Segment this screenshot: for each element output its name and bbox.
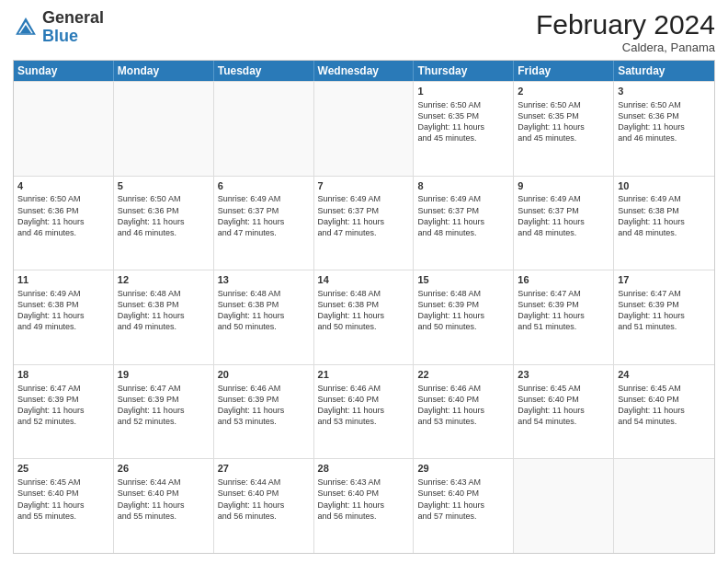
day-number: 28 — [318, 462, 410, 476]
calendar-cell: 9Sunrise: 6:49 AMSunset: 6:37 PMDaylight… — [514, 177, 614, 270]
calendar-cell: 8Sunrise: 6:49 AMSunset: 6:37 PMDaylight… — [414, 177, 514, 270]
cell-info: Sunrise: 6:49 AMSunset: 6:37 PMDaylight:… — [518, 193, 609, 238]
cell-info: Sunrise: 6:49 AMSunset: 6:37 PMDaylight:… — [417, 193, 509, 238]
day-number: 1 — [417, 85, 509, 98]
cell-info: Sunrise: 6:45 AMSunset: 6:40 PMDaylight:… — [618, 383, 711, 428]
day-number: 3 — [618, 85, 711, 98]
calendar-cell: 25Sunrise: 6:45 AMSunset: 6:40 PMDayligh… — [14, 459, 114, 553]
header-cell-saturday: Saturday — [614, 61, 714, 81]
cell-info: Sunrise: 6:50 AMSunset: 6:36 PMDaylight:… — [118, 193, 210, 238]
day-number: 19 — [118, 368, 210, 382]
cell-info: Sunrise: 6:50 AMSunset: 6:36 PMDaylight:… — [618, 99, 711, 144]
cell-info: Sunrise: 6:46 AMSunset: 6:40 PMDaylight:… — [417, 383, 509, 428]
cell-info: Sunrise: 6:47 AMSunset: 6:39 PMDaylight:… — [118, 383, 210, 428]
calendar-cell: 7Sunrise: 6:49 AMSunset: 6:37 PMDaylight… — [314, 177, 415, 270]
calendar-cell: 5Sunrise: 6:50 AMSunset: 6:36 PMDaylight… — [114, 177, 214, 270]
logo: General Blue — [13, 9, 104, 46]
day-number: 27 — [218, 462, 310, 476]
calendar-cell: 22Sunrise: 6:46 AMSunset: 6:40 PMDayligh… — [414, 365, 514, 459]
cell-info: Sunrise: 6:46 AMSunset: 6:40 PMDaylight:… — [318, 383, 410, 428]
cell-info: Sunrise: 6:50 AMSunset: 6:35 PMDaylight:… — [417, 99, 509, 144]
calendar-week-2: 4Sunrise: 6:50 AMSunset: 6:36 PMDaylight… — [14, 176, 714, 270]
day-number: 9 — [518, 179, 609, 193]
logo-icon — [13, 15, 39, 40]
calendar-cell: 29Sunrise: 6:43 AMSunset: 6:40 PMDayligh… — [414, 459, 514, 553]
cell-info: Sunrise: 6:49 AMSunset: 6:38 PMDaylight:… — [17, 288, 109, 333]
header-cell-friday: Friday — [514, 61, 614, 81]
calendar-cell: 15Sunrise: 6:48 AMSunset: 6:39 PMDayligh… — [414, 270, 514, 364]
day-number: 8 — [417, 179, 509, 193]
cell-info: Sunrise: 6:47 AMSunset: 6:39 PMDaylight:… — [17, 383, 109, 428]
cell-info: Sunrise: 6:45 AMSunset: 6:40 PMDaylight:… — [17, 477, 109, 522]
day-number: 15 — [417, 273, 509, 287]
cell-info: Sunrise: 6:49 AMSunset: 6:37 PMDaylight:… — [218, 193, 310, 238]
cell-info: Sunrise: 6:45 AMSunset: 6:40 PMDaylight:… — [518, 383, 609, 428]
calendar-cell — [114, 82, 214, 176]
calendar-cell: 23Sunrise: 6:45 AMSunset: 6:40 PMDayligh… — [514, 365, 614, 459]
calendar-cell: 20Sunrise: 6:46 AMSunset: 6:39 PMDayligh… — [214, 365, 314, 459]
cell-info: Sunrise: 6:46 AMSunset: 6:39 PMDaylight:… — [218, 383, 310, 428]
calendar-cell: 6Sunrise: 6:49 AMSunset: 6:37 PMDaylight… — [214, 177, 314, 270]
day-number: 16 — [518, 273, 609, 287]
calendar-cell: 26Sunrise: 6:44 AMSunset: 6:40 PMDayligh… — [114, 459, 214, 553]
day-number: 4 — [17, 179, 109, 193]
calendar-cell: 12Sunrise: 6:48 AMSunset: 6:38 PMDayligh… — [114, 270, 214, 364]
month-title: February 2024 — [536, 9, 715, 40]
calendar-cell: 16Sunrise: 6:47 AMSunset: 6:39 PMDayligh… — [514, 270, 614, 364]
day-number: 18 — [17, 368, 109, 382]
title-block: February 2024 Caldera, Panama — [536, 9, 715, 54]
day-number: 6 — [218, 179, 310, 193]
day-number: 2 — [518, 85, 609, 98]
day-number: 17 — [618, 273, 711, 287]
day-number: 5 — [118, 179, 210, 193]
header: General Blue February 2024 Caldera, Pana… — [13, 9, 715, 54]
header-cell-tuesday: Tuesday — [214, 61, 314, 81]
logo-text: General Blue — [42, 9, 104, 46]
calendar-cell: 21Sunrise: 6:46 AMSunset: 6:40 PMDayligh… — [314, 365, 415, 459]
calendar-cell: 18Sunrise: 6:47 AMSunset: 6:39 PMDayligh… — [14, 365, 114, 459]
calendar-cell: 14Sunrise: 6:48 AMSunset: 6:38 PMDayligh… — [314, 270, 415, 364]
cell-info: Sunrise: 6:44 AMSunset: 6:40 PMDaylight:… — [118, 477, 210, 522]
day-number: 26 — [118, 462, 210, 476]
calendar-body: 1Sunrise: 6:50 AMSunset: 6:35 PMDaylight… — [14, 81, 714, 553]
calendar-week-3: 11Sunrise: 6:49 AMSunset: 6:38 PMDayligh… — [14, 270, 714, 364]
cell-info: Sunrise: 6:47 AMSunset: 6:39 PMDaylight:… — [518, 288, 609, 333]
header-cell-thursday: Thursday — [414, 61, 514, 81]
logo-general-text: General — [42, 8, 104, 27]
calendar-week-5: 25Sunrise: 6:45 AMSunset: 6:40 PMDayligh… — [14, 458, 714, 553]
calendar-cell — [514, 459, 614, 553]
header-cell-wednesday: Wednesday — [314, 61, 415, 81]
cell-info: Sunrise: 6:50 AMSunset: 6:36 PMDaylight:… — [17, 193, 109, 238]
cell-info: Sunrise: 6:47 AMSunset: 6:39 PMDaylight:… — [618, 288, 711, 333]
day-number: 20 — [218, 368, 310, 382]
day-number: 29 — [417, 462, 509, 476]
calendar-week-1: 1Sunrise: 6:50 AMSunset: 6:35 PMDaylight… — [14, 81, 714, 176]
logo-blue-text: Blue — [42, 27, 78, 45]
calendar-cell: 27Sunrise: 6:44 AMSunset: 6:40 PMDayligh… — [214, 459, 314, 553]
header-cell-sunday: Sunday — [14, 61, 114, 81]
cell-info: Sunrise: 6:49 AMSunset: 6:37 PMDaylight:… — [318, 193, 410, 238]
calendar-cell: 28Sunrise: 6:43 AMSunset: 6:40 PMDayligh… — [314, 459, 415, 553]
calendar-cell: 10Sunrise: 6:49 AMSunset: 6:38 PMDayligh… — [614, 177, 714, 270]
page: General Blue February 2024 Caldera, Pana… — [0, 0, 728, 563]
calendar-cell: 17Sunrise: 6:47 AMSunset: 6:39 PMDayligh… — [614, 270, 714, 364]
calendar-cell — [314, 82, 415, 176]
calendar-cell — [214, 82, 314, 176]
cell-info: Sunrise: 6:48 AMSunset: 6:38 PMDaylight:… — [218, 288, 310, 333]
calendar-cell: 1Sunrise: 6:50 AMSunset: 6:35 PMDaylight… — [414, 82, 514, 176]
day-number: 22 — [417, 368, 509, 382]
calendar: SundayMondayTuesdayWednesdayThursdayFrid… — [13, 60, 715, 554]
cell-info: Sunrise: 6:50 AMSunset: 6:35 PMDaylight:… — [518, 99, 609, 144]
cell-info: Sunrise: 6:44 AMSunset: 6:40 PMDaylight:… — [218, 477, 310, 522]
day-number: 23 — [518, 368, 609, 382]
cell-info: Sunrise: 6:48 AMSunset: 6:39 PMDaylight:… — [417, 288, 509, 333]
day-number: 7 — [318, 179, 410, 193]
calendar-cell — [614, 459, 714, 553]
cell-info: Sunrise: 6:48 AMSunset: 6:38 PMDaylight:… — [318, 288, 410, 333]
day-number: 14 — [318, 273, 410, 287]
calendar-cell: 2Sunrise: 6:50 AMSunset: 6:35 PMDaylight… — [514, 82, 614, 176]
day-number: 10 — [618, 179, 711, 193]
day-number: 13 — [218, 273, 310, 287]
calendar-cell: 13Sunrise: 6:48 AMSunset: 6:38 PMDayligh… — [214, 270, 314, 364]
calendar-cell: 19Sunrise: 6:47 AMSunset: 6:39 PMDayligh… — [114, 365, 214, 459]
